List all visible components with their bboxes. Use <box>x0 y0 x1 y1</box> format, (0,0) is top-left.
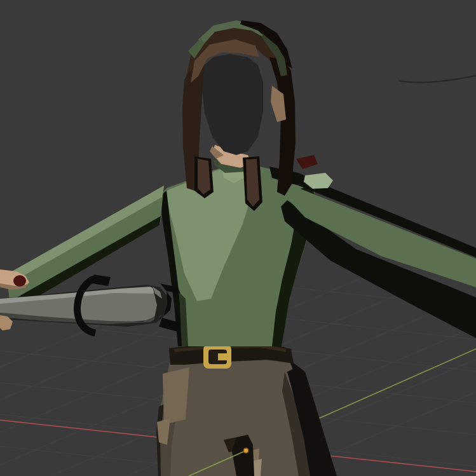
hair-strand-left <box>198 159 210 194</box>
hand-cuff-maroon <box>13 275 26 287</box>
left-hip-highlight <box>163 367 189 425</box>
viewport-stage <box>0 0 476 476</box>
origin-dot[interactable] <box>243 448 248 453</box>
belt-buckle-tab <box>218 353 228 360</box>
3d-viewport[interactable] <box>0 0 476 476</box>
